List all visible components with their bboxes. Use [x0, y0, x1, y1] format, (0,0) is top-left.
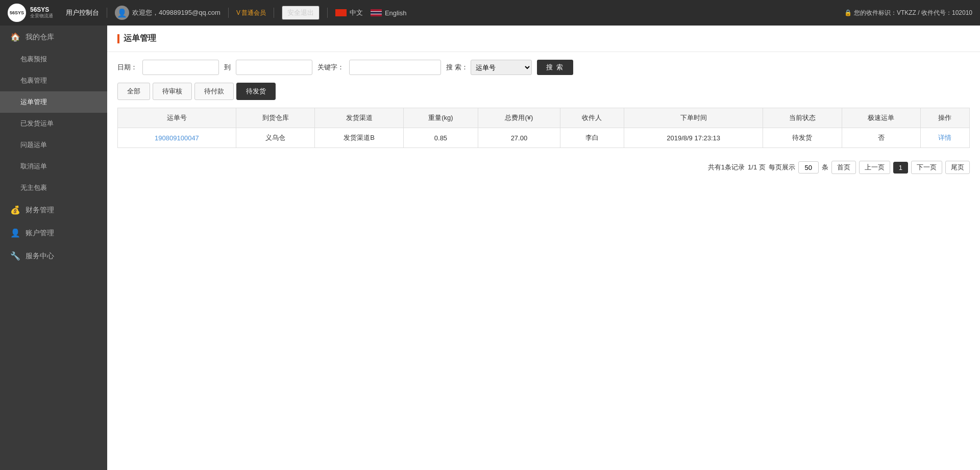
language-section: 中文 — [335, 8, 363, 17]
cell-channel: 发货渠道B — [315, 128, 404, 148]
col-fee: 总费用(¥) — [478, 108, 560, 128]
table-row: 190809100047 义乌仓 发货渠道B 0.85 27.00 李白 201… — [118, 128, 970, 148]
cell-action: 详情 — [920, 128, 969, 148]
orders-table: 运单号 到货仓库 发货渠道 重量(kg) 总费用(¥) 收件人 下单时间 当前状… — [117, 108, 970, 148]
col-weight: 重量(kg) — [403, 108, 478, 128]
service-label: 服务中心 — [26, 252, 54, 261]
user-info: 👤 欢迎您，409889195@qq.com — [115, 6, 220, 20]
member-level: 普通会员 — [241, 9, 266, 17]
order-no-link[interactable]: 190809100047 — [155, 134, 199, 142]
sidebar-item-shipment-manage[interactable]: 运单管理 — [0, 91, 107, 113]
account-label: 账户管理 — [26, 229, 54, 238]
sidebar-item-service[interactable]: 🔧 服务中心 — [0, 244, 107, 267]
tab-pending-shipment[interactable]: 待发货 — [236, 83, 276, 100]
cell-order-time: 2019/8/9 17:23:13 — [624, 128, 763, 148]
safe-exit-button[interactable]: 安全退出 — [282, 6, 320, 20]
search-bar: 日期： 到 关键字： 搜 索： 运单号 搜 索 — [107, 52, 980, 83]
pagination: 共有1条记录 1/1 页 每页展示 条 首页 上一页 1 下一页 尾页 — [107, 156, 980, 179]
sidebar-item-package-manage[interactable]: 包裹管理 — [0, 70, 107, 91]
tab-all[interactable]: 全部 — [117, 83, 150, 100]
flag-cn-icon — [335, 9, 347, 16]
nav-separator-4 — [327, 8, 328, 18]
col-express: 极速运单 — [842, 108, 920, 128]
next-page-button[interactable]: 下一页 — [911, 161, 942, 174]
page-info: 1/1 页 — [748, 163, 766, 172]
package-report-label: 包裹预报 — [20, 55, 47, 63]
warehouse-info-text: 您的收件标识：VTKZZ / 收件代号：102010 — [854, 9, 972, 17]
warehouse-icon: 🏠 — [10, 32, 20, 42]
current-page-button[interactable]: 1 — [893, 162, 908, 174]
page-title: 运单管理 — [124, 33, 156, 44]
search-button[interactable]: 搜 索 — [537, 60, 574, 75]
logo: 56SYS 56SYS 全景物流通 — [8, 4, 53, 22]
search-type-select[interactable]: 运单号 — [471, 60, 532, 75]
finance-icon: 💰 — [10, 205, 20, 215]
sidebar-item-package-report[interactable]: 包裹预报 — [0, 48, 107, 70]
detail-link[interactable]: 详情 — [938, 134, 951, 141]
title-bar-accent — [117, 34, 119, 43]
keyword-label: 关键字： — [317, 63, 344, 72]
sidebar-item-account[interactable]: 👤 账户管理 — [0, 221, 107, 244]
logo-icon: 56SYS — [8, 4, 26, 22]
table-wrap: 运单号 到货仓库 发货渠道 重量(kg) 总费用(¥) 收件人 下单时间 当前状… — [107, 100, 980, 156]
col-order-no: 运单号 — [118, 108, 236, 128]
col-recipient: 收件人 — [560, 108, 624, 128]
lock-icon: 🔒 — [844, 9, 852, 16]
sidebar-item-finance[interactable]: 💰 财务管理 — [0, 199, 107, 221]
cell-status: 待发货 — [763, 128, 842, 148]
first-page-button[interactable]: 首页 — [831, 161, 856, 174]
col-channel: 发货渠道 — [315, 108, 404, 128]
col-action: 操作 — [920, 108, 969, 128]
per-page-unit: 条 — [822, 163, 828, 172]
search-type-label: 搜 索： — [446, 63, 468, 72]
cell-weight: 0.85 — [403, 128, 478, 148]
main-content: 运单管理 日期： 到 关键字： 搜 索： 运单号 搜 索 全部 待审核 待付款 … — [107, 26, 980, 470]
sidebar-item-cancel-orders[interactable]: 取消运单 — [0, 156, 107, 177]
welcome-text: 欢迎您，409889195@qq.com — [132, 8, 220, 17]
col-order-time: 下单时间 — [624, 108, 763, 128]
prev-page-button[interactable]: 上一页 — [859, 161, 890, 174]
member-badge: V 普通会员 — [236, 9, 266, 17]
tab-pending-review[interactable]: 待审核 — [153, 83, 192, 100]
nav-separator-2 — [228, 8, 229, 18]
logo-subtitle: 全景物流通 — [30, 14, 53, 19]
cell-fee: 27.00 — [478, 128, 560, 148]
sidebar-item-no-owner[interactable]: 无主包裹 — [0, 177, 107, 199]
vi-icon: V — [236, 9, 240, 16]
warehouse-info: 🔒 您的收件标识：VTKZZ / 收件代号：102010 — [844, 9, 972, 17]
date-to-input[interactable] — [236, 60, 312, 75]
logo-name: 56SYS — [30, 7, 53, 13]
keyword-input[interactable] — [349, 60, 441, 75]
cell-warehouse: 义乌仓 — [236, 128, 314, 148]
per-page-input[interactable] — [798, 161, 819, 174]
main-layout: 🏠 我的仓库 包裹预报 包裹管理 运单管理 已发货运单 问题运单 取消运单 无主… — [0, 26, 980, 470]
sidebar-item-problem-orders[interactable]: 问题运单 — [0, 134, 107, 156]
cell-express: 否 — [842, 128, 920, 148]
sidebar-warehouse-label: 我的仓库 — [26, 33, 54, 42]
search-select-wrap: 搜 索： 运单号 — [446, 60, 532, 75]
no-owner-label: 无主包裹 — [20, 184, 47, 191]
sidebar-item-my-warehouse[interactable]: 🏠 我的仓库 — [0, 26, 107, 48]
flag-th-icon — [371, 9, 382, 16]
last-page-button[interactable]: 尾页 — [945, 161, 970, 174]
cell-recipient: 李白 — [560, 128, 624, 148]
language-en-section: English — [371, 9, 407, 17]
page-header: 运单管理 — [107, 26, 980, 52]
nav-separator — [107, 8, 107, 18]
shipped-orders-label: 已发货运单 — [20, 119, 54, 127]
package-manage-label: 包裹管理 — [20, 77, 47, 84]
top-navigation: 56SYS 56SYS 全景物流通 用户控制台 👤 欢迎您，409889195@… — [0, 0, 980, 26]
tab-pending-payment[interactable]: 待付款 — [194, 83, 234, 100]
cell-order-no: 190809100047 — [118, 128, 236, 148]
date-label: 日期： — [117, 63, 137, 72]
to-label: 到 — [224, 63, 231, 72]
per-page-label: 每页展示 — [769, 163, 795, 172]
sidebar-item-shipped-orders[interactable]: 已发货运单 — [0, 113, 107, 134]
date-from-input[interactable] — [142, 60, 219, 75]
lang-en-label[interactable]: English — [385, 9, 407, 17]
lang-cn-label[interactable]: 中文 — [350, 8, 363, 17]
problem-orders-label: 问题运单 — [20, 141, 47, 149]
avatar: 👤 — [115, 6, 129, 20]
table-header-row: 运单号 到货仓库 发货渠道 重量(kg) 总费用(¥) 收件人 下单时间 当前状… — [118, 108, 970, 128]
sidebar: 🏠 我的仓库 包裹预报 包裹管理 运单管理 已发货运单 问题运单 取消运单 无主… — [0, 26, 107, 470]
